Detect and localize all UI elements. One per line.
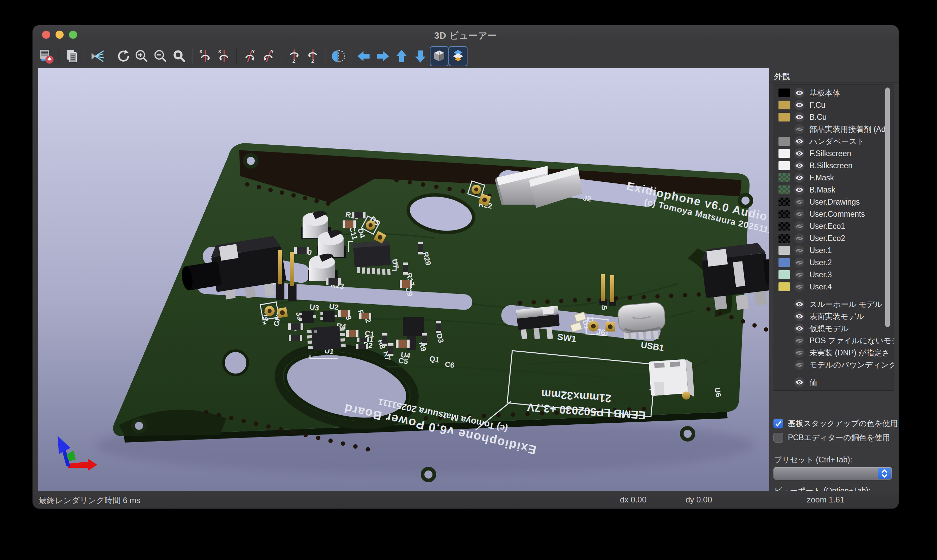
eye-hidden-icon[interactable] xyxy=(794,347,805,358)
layer-row[interactable]: ハンダペースト xyxy=(773,135,894,148)
appearance-panel-header: 外観 xyxy=(769,68,899,83)
layer-row[interactable]: User.Drawings xyxy=(773,196,894,208)
layer-row[interactable]: F.Cu xyxy=(773,99,894,111)
layer-row[interactable]: User.1 xyxy=(773,244,894,257)
rotate-y-ccw-button[interactable]: Y xyxy=(259,46,278,66)
layer-row[interactable]: POS ファイルにないモデ xyxy=(773,334,894,347)
stackup-colors-label: 基板スタックアップの色を使用 xyxy=(788,418,898,429)
redraw-button[interactable] xyxy=(114,46,132,66)
layer-row[interactable]: User.Comments xyxy=(773,208,894,220)
rotate-x-cw-button[interactable]: X xyxy=(195,46,214,66)
rotate-y-cw-button[interactable]: Y xyxy=(240,46,259,66)
eye-visible-icon[interactable] xyxy=(794,160,805,171)
pcb-editor-copper-checkbox[interactable] xyxy=(774,433,783,443)
zoom-out-button[interactable] xyxy=(151,46,170,66)
eye-hidden-icon[interactable] xyxy=(794,124,805,135)
zoom-in-icon xyxy=(134,48,149,64)
layer-row[interactable]: F.Silkscreen xyxy=(773,148,894,160)
layer-row[interactable]: F.Mask xyxy=(773,172,894,184)
layer-color-swatch[interactable] xyxy=(779,258,790,267)
layer-color-swatch[interactable] xyxy=(779,149,790,158)
preset-stepper[interactable] xyxy=(878,468,891,479)
layer-row[interactable]: User.Eco2 xyxy=(773,232,894,244)
eye-visible-icon[interactable] xyxy=(794,323,805,334)
toolbar-separator xyxy=(58,48,59,64)
eye-visible-icon[interactable] xyxy=(794,311,805,322)
layer-row[interactable]: User.Eco1 xyxy=(773,220,894,232)
eye-hidden-icon[interactable] xyxy=(794,209,805,219)
eye-hidden-icon[interactable] xyxy=(794,269,805,280)
layer-row[interactable]: 基板本体 xyxy=(773,87,894,99)
zoom-fit-button[interactable] xyxy=(170,46,189,66)
layer-color-swatch[interactable] xyxy=(779,173,790,182)
eye-visible-icon[interactable] xyxy=(794,172,805,183)
eye-hidden-icon[interactable] xyxy=(794,245,805,256)
preset-dropdown[interactable] xyxy=(774,467,892,480)
layer-row[interactable]: 表面実装モデル xyxy=(773,310,894,322)
rotate-z-cw-button[interactable]: Z xyxy=(285,46,303,66)
layer-color-swatch[interactable] xyxy=(779,234,790,243)
copy-image-button[interactable] xyxy=(62,46,81,66)
layer-row[interactable]: 仮想モデル xyxy=(773,322,894,334)
checkbox-row-copper[interactable]: PCBエディターの銅色を使用 xyxy=(774,432,890,443)
eye-hidden-icon[interactable] xyxy=(794,359,805,370)
layer-row[interactable]: B.Silkscreen xyxy=(773,160,894,172)
appearance-panel-toggle-button[interactable] xyxy=(449,46,468,66)
rotate-x-ccw-button[interactable]: X xyxy=(214,46,233,66)
layer-label: User.2 xyxy=(809,258,832,267)
layer-color-swatch[interactable] xyxy=(779,270,790,279)
pan-up-button[interactable] xyxy=(392,46,411,66)
eye-visible-icon[interactable] xyxy=(794,112,805,123)
scrollbar-thumb[interactable] xyxy=(885,88,890,327)
layer-list-scrollbar[interactable] xyxy=(885,86,890,388)
layer-color-swatch[interactable] xyxy=(779,89,790,97)
layer-color-swatch[interactable] xyxy=(779,137,790,146)
rotate-z-ccw-button[interactable]: Z xyxy=(303,46,322,66)
eye-visible-icon[interactable] xyxy=(794,100,805,111)
eye-hidden-icon[interactable] xyxy=(794,335,805,346)
layer-color-swatch[interactable] xyxy=(779,101,790,109)
layer-color-swatch[interactable] xyxy=(779,210,790,218)
layer-color-swatch[interactable] xyxy=(779,198,790,206)
eye-hidden-icon[interactable] xyxy=(794,233,805,244)
layer-row[interactable]: B.Cu xyxy=(773,111,894,123)
eye-hidden-icon[interactable] xyxy=(794,197,805,207)
eye-visible-icon[interactable] xyxy=(794,299,805,309)
pan-down-button[interactable] xyxy=(411,46,430,66)
layer-row[interactable]: 値 xyxy=(773,376,894,388)
flip-board-button[interactable] xyxy=(329,46,348,66)
layer-row[interactable]: モデルのバウンディング xyxy=(773,359,894,371)
orthographic-projection-button[interactable] xyxy=(430,46,449,66)
eye-visible-icon[interactable] xyxy=(794,185,805,195)
layer-row[interactable]: User.4 xyxy=(773,281,894,293)
layer-row[interactable]: 未実装 (DNP) が指定さ xyxy=(773,347,894,359)
eye-visible-icon[interactable] xyxy=(794,88,805,98)
checkbox-row-stackup[interactable]: 基板スタックアップの色を使用 xyxy=(774,418,898,429)
pan-right-button[interactable] xyxy=(373,46,392,66)
stackup-colors-checkbox[interactable] xyxy=(774,418,783,428)
layer-color-swatch[interactable] xyxy=(779,113,790,122)
eye-hidden-icon[interactable] xyxy=(794,282,805,292)
raytracing-button[interactable] xyxy=(88,46,107,66)
layer-row[interactable]: User.2 xyxy=(773,257,894,269)
eye-hidden-icon[interactable] xyxy=(794,221,805,232)
layer-color-swatch[interactable] xyxy=(779,282,790,291)
layer-color-swatch[interactable] xyxy=(779,161,790,170)
status-bar: 最終レンダリング時間 6 ms dx 0.00 dy 0.00 zoom 1.6… xyxy=(33,491,899,509)
raytracing-icon xyxy=(89,48,105,64)
layer-color-swatch[interactable] xyxy=(779,246,790,255)
zoom-in-button[interactable] xyxy=(132,46,151,66)
layer-color-swatch[interactable] xyxy=(779,185,790,194)
eye-hidden-icon[interactable] xyxy=(794,257,805,268)
export-3d-image-button[interactable] xyxy=(37,46,55,66)
eye-visible-icon[interactable] xyxy=(794,377,805,388)
layer-row[interactable]: スルーホール モデル xyxy=(773,298,894,310)
layer-row[interactable]: User.3 xyxy=(773,269,894,281)
eye-visible-icon[interactable] xyxy=(794,136,805,147)
pan-left-button[interactable] xyxy=(354,46,373,66)
layer-row[interactable]: 部品実装用接着剤 (Adh xyxy=(773,123,894,135)
layer-row[interactable]: B.Mask xyxy=(773,184,894,196)
3d-viewport[interactable]: Exidiophone v6.0 Audio Board (c) Tomoya … xyxy=(38,68,769,491)
eye-visible-icon[interactable] xyxy=(794,148,805,159)
layer-color-swatch[interactable] xyxy=(779,222,790,231)
